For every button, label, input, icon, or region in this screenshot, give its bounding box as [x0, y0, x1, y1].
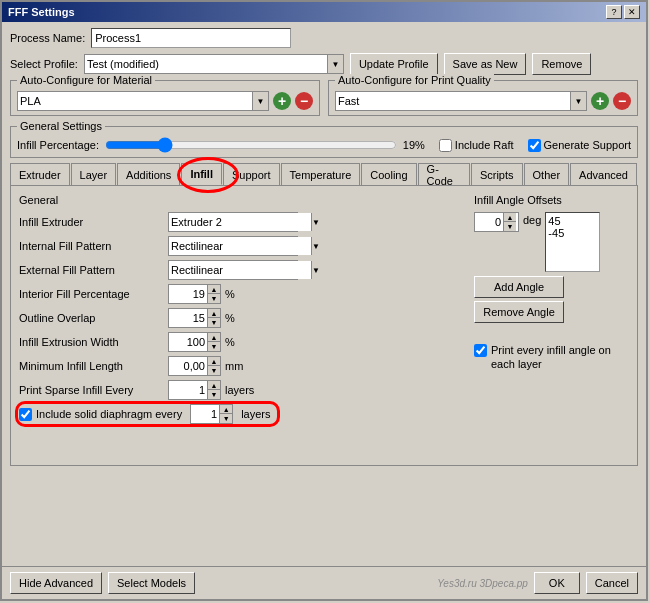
min-infill-down[interactable]: ▼: [208, 366, 220, 375]
external-fill-arrow[interactable]: ▼: [311, 261, 320, 279]
hide-advanced-button[interactable]: Hide Advanced: [10, 572, 102, 594]
print-sparse-spinner[interactable]: ▲ ▼: [168, 380, 221, 400]
print-sparse-up[interactable]: ▲: [208, 381, 220, 390]
include-raft-label: Include Raft: [455, 139, 514, 151]
material-select-container[interactable]: ▼: [17, 91, 269, 111]
close-button[interactable]: ✕: [624, 5, 640, 19]
title-bar-controls: ? ✕: [606, 5, 640, 19]
angle-spinner[interactable]: ▲ ▼: [474, 212, 519, 232]
interior-fill-input[interactable]: [169, 285, 207, 303]
print-sparse-down[interactable]: ▼: [208, 390, 220, 399]
quality-select-input[interactable]: [336, 92, 570, 110]
outline-overlap-spinner[interactable]: ▲ ▼: [168, 308, 221, 328]
interior-fill-unit: %: [225, 288, 235, 300]
bottom-left: Hide Advanced Select Models: [10, 572, 195, 594]
infill-slider[interactable]: [105, 137, 397, 153]
outline-overlap-spinner-btns: ▲ ▼: [207, 309, 220, 327]
infill-extrusion-spinner-btns: ▲ ▼: [207, 333, 220, 351]
material-select-input[interactable]: [18, 92, 252, 110]
quality-select-container[interactable]: ▼: [335, 91, 587, 111]
infill-extruder-select[interactable]: ▼: [168, 212, 298, 232]
interior-fill-up[interactable]: ▲: [208, 285, 220, 294]
interior-fill-spinner-btns: ▲ ▼: [207, 285, 220, 303]
update-profile-button[interactable]: Update Profile: [350, 53, 438, 75]
tab-support[interactable]: Support: [223, 163, 280, 185]
infill-extruder-input[interactable]: [169, 213, 311, 231]
material-remove-button[interactable]: −: [295, 92, 313, 110]
angle-list[interactable]: 45 -45: [545, 212, 600, 272]
diaphragm-checkbox[interactable]: [19, 408, 32, 421]
infill-extruder-arrow[interactable]: ▼: [311, 213, 320, 231]
tab-other[interactable]: Other: [524, 163, 570, 185]
external-fill-input[interactable]: [169, 261, 311, 279]
diaphragm-up[interactable]: ▲: [220, 405, 232, 414]
diaphragm-unit: layers: [241, 408, 270, 420]
bottom-bar: Hide Advanced Select Models Yes3d.ru 3Dp…: [2, 566, 646, 599]
angle-input[interactable]: [475, 213, 503, 231]
profile-select-input[interactable]: [85, 55, 327, 73]
angle-row: ▲ ▼ deg 45 -45: [474, 212, 629, 272]
infill-percentage-value: 19%: [403, 139, 425, 151]
min-infill-input[interactable]: [169, 357, 207, 375]
tab-additions[interactable]: Additions: [117, 163, 180, 185]
material-dropdown-arrow[interactable]: ▼: [252, 92, 268, 110]
min-infill-spinner[interactable]: ▲ ▼: [168, 356, 221, 376]
remove-button[interactable]: Remove: [532, 53, 591, 75]
diaphragm-input[interactable]: [191, 405, 219, 423]
remove-angle-button[interactable]: Remove Angle: [474, 301, 564, 323]
infill-extrusion-down[interactable]: ▼: [208, 342, 220, 351]
interior-fill-down[interactable]: ▼: [208, 294, 220, 303]
select-models-button[interactable]: Select Models: [108, 572, 195, 594]
internal-fill-arrow[interactable]: ▼: [311, 237, 320, 255]
infill-extrusion-input[interactable]: [169, 333, 207, 351]
angle-down[interactable]: ▼: [504, 222, 516, 231]
min-infill-up[interactable]: ▲: [208, 357, 220, 366]
quality-dropdown-arrow[interactable]: ▼: [570, 92, 586, 110]
min-infill-label: Minimum Infill Length: [19, 360, 164, 372]
angle-up[interactable]: ▲: [504, 213, 516, 222]
include-raft-checkbox[interactable]: [439, 139, 452, 152]
infill-extrusion-up[interactable]: ▲: [208, 333, 220, 342]
tab-cooling[interactable]: Cooling: [361, 163, 416, 185]
cancel-button[interactable]: Cancel: [586, 572, 638, 594]
help-button[interactable]: ?: [606, 5, 622, 19]
outline-overlap-down[interactable]: ▼: [208, 318, 220, 327]
diaphragm-spinner[interactable]: ▲ ▼: [190, 404, 233, 424]
tab-infill[interactable]: Infill: [181, 163, 222, 185]
quality-add-button[interactable]: +: [591, 92, 609, 110]
material-add-button[interactable]: +: [273, 92, 291, 110]
tab-gcode[interactable]: G-Code: [418, 163, 470, 185]
print-sparse-input[interactable]: [169, 381, 207, 399]
angle-list-item-45[interactable]: 45: [548, 215, 597, 227]
internal-fill-select[interactable]: ▼: [168, 236, 298, 256]
process-input[interactable]: [91, 28, 291, 48]
profile-dropdown-arrow[interactable]: ▼: [327, 55, 343, 73]
internal-fill-input[interactable]: [169, 237, 311, 255]
tab-scripts[interactable]: Scripts: [471, 163, 523, 185]
infill-two-col: General Infill Extruder ▼ Internal Fill …: [19, 194, 629, 428]
generate-support-checkbox[interactable]: [528, 139, 541, 152]
infill-extrusion-unit: %: [225, 336, 235, 348]
interior-fill-row: Interior Fill Percentage ▲ ▼ %: [19, 284, 464, 304]
tab-temperature[interactable]: Temperature: [281, 163, 361, 185]
quality-section: Auto-Configure for Print Quality ▼ + −: [328, 80, 638, 116]
save-as-new-button[interactable]: Save as New: [444, 53, 527, 75]
print-every-angle-checkbox[interactable]: [474, 344, 487, 357]
angle-buttons: Add Angle Remove Angle: [474, 276, 629, 323]
ok-button[interactable]: OK: [534, 572, 580, 594]
tab-layer[interactable]: Layer: [71, 163, 117, 185]
outline-overlap-up[interactable]: ▲: [208, 309, 220, 318]
angle-list-item-neg45[interactable]: -45: [548, 227, 597, 239]
profile-select-container[interactable]: ▼: [84, 54, 344, 74]
add-angle-button[interactable]: Add Angle: [474, 276, 564, 298]
diaphragm-down[interactable]: ▼: [220, 414, 232, 423]
material-section-title: Auto-Configure for Material: [17, 74, 155, 86]
tab-extruder[interactable]: Extruder: [10, 163, 70, 185]
external-fill-select[interactable]: ▼: [168, 260, 298, 280]
tab-advanced[interactable]: Advanced: [570, 163, 637, 185]
diaphragm-row: Include solid diaphragm every ▲ ▼ layers: [19, 404, 464, 424]
outline-overlap-input[interactable]: [169, 309, 207, 327]
quality-remove-button[interactable]: −: [613, 92, 631, 110]
infill-extrusion-spinner[interactable]: ▲ ▼: [168, 332, 221, 352]
interior-fill-spinner[interactable]: ▲ ▼: [168, 284, 221, 304]
